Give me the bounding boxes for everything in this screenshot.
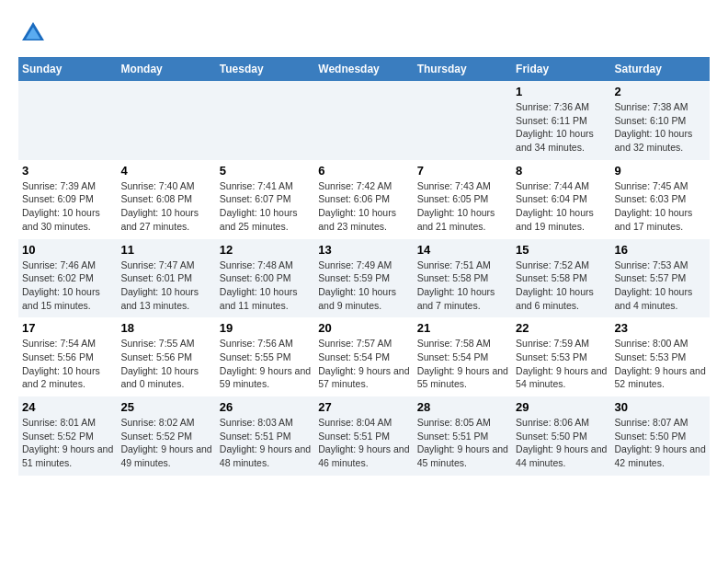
calendar-cell: 18Sunrise: 7:55 AMSunset: 5:56 PMDayligh… — [117, 317, 215, 396]
day-info: Sunrise: 7:58 AMSunset: 5:54 PMDaylight:… — [417, 337, 508, 391]
calendar-row: 3Sunrise: 7:39 AMSunset: 6:09 PMDaylight… — [18, 160, 710, 239]
calendar-cell: 21Sunrise: 7:58 AMSunset: 5:54 PMDayligh… — [414, 317, 512, 396]
day-number: 11 — [120, 243, 211, 257]
day-info: Sunrise: 7:38 AMSunset: 6:10 PMDaylight:… — [615, 100, 706, 155]
day-number: 19 — [220, 321, 311, 335]
day-info: Sunrise: 7:43 AMSunset: 6:05 PMDaylight:… — [417, 179, 508, 234]
day-info: Sunrise: 7:48 AMSunset: 6:00 PMDaylight:… — [220, 259, 311, 313]
calendar-row: 24Sunrise: 8:01 AMSunset: 5:52 PMDayligh… — [18, 396, 710, 476]
day-number: 18 — [120, 321, 211, 335]
calendar-cell: 27Sunrise: 8:04 AMSunset: 5:51 PMDayligh… — [314, 396, 413, 476]
calendar-cell: 6Sunrise: 7:42 AMSunset: 6:06 PMDaylight… — [314, 160, 413, 239]
weekday-header: Saturday — [611, 57, 710, 81]
calendar-cell: 30Sunrise: 8:07 AMSunset: 5:50 PMDayligh… — [611, 396, 710, 476]
calendar-cell: 7Sunrise: 7:43 AMSunset: 6:05 PMDaylight… — [414, 160, 512, 239]
day-number: 25 — [120, 400, 211, 414]
day-info: Sunrise: 7:41 AMSunset: 6:07 PMDaylight:… — [220, 179, 311, 234]
calendar-cell: 3Sunrise: 7:39 AMSunset: 6:09 PMDaylight… — [18, 160, 117, 239]
day-info: Sunrise: 7:57 AMSunset: 5:54 PMDaylight:… — [318, 337, 409, 391]
calendar-table: SundayMondayTuesdayWednesdayThursdayFrid… — [18, 57, 710, 476]
day-info: Sunrise: 7:55 AMSunset: 5:56 PMDaylight:… — [120, 337, 211, 391]
calendar-cell: 22Sunrise: 7:59 AMSunset: 5:53 PMDayligh… — [512, 317, 610, 396]
calendar-cell: 17Sunrise: 7:54 AMSunset: 5:56 PMDayligh… — [18, 317, 117, 396]
day-info: Sunrise: 8:00 AMSunset: 5:53 PMDaylight:… — [615, 337, 706, 391]
calendar-cell: 9Sunrise: 7:45 AMSunset: 6:03 PMDaylight… — [611, 160, 710, 239]
calendar-cell: 26Sunrise: 8:03 AMSunset: 5:51 PMDayligh… — [216, 396, 314, 476]
day-number: 15 — [516, 243, 607, 257]
day-number: 29 — [516, 400, 607, 414]
calendar-cell — [117, 81, 215, 160]
day-info: Sunrise: 8:05 AMSunset: 5:51 PMDaylight:… — [417, 416, 508, 470]
day-info: Sunrise: 7:42 AMSunset: 6:06 PMDaylight:… — [318, 179, 409, 234]
calendar-header: SundayMondayTuesdayWednesdayThursdayFrid… — [18, 57, 710, 81]
weekday-header: Tuesday — [216, 57, 314, 81]
day-number: 10 — [22, 243, 113, 257]
day-number: 8 — [516, 164, 607, 178]
calendar-cell: 5Sunrise: 7:41 AMSunset: 6:07 PMDaylight… — [216, 160, 314, 239]
day-number: 26 — [220, 400, 311, 414]
day-number: 14 — [417, 243, 508, 257]
day-number: 13 — [318, 243, 409, 257]
day-number: 21 — [417, 321, 508, 335]
day-info: Sunrise: 7:51 AMSunset: 5:58 PMDaylight:… — [417, 259, 508, 313]
day-info: Sunrise: 7:59 AMSunset: 5:53 PMDaylight:… — [516, 337, 607, 391]
day-number: 30 — [615, 400, 706, 414]
weekday-header: Sunday — [18, 57, 117, 81]
day-info: Sunrise: 7:52 AMSunset: 5:58 PMDaylight:… — [516, 259, 607, 313]
calendar-cell: 10Sunrise: 7:46 AMSunset: 6:02 PMDayligh… — [18, 239, 117, 318]
day-info: Sunrise: 7:49 AMSunset: 5:59 PMDaylight:… — [318, 259, 409, 313]
weekday-header: Wednesday — [314, 57, 413, 81]
day-info: Sunrise: 8:04 AMSunset: 5:51 PMDaylight:… — [318, 416, 409, 470]
calendar-row: 1Sunrise: 7:36 AMSunset: 6:11 PMDaylight… — [18, 81, 710, 160]
calendar-cell: 1Sunrise: 7:36 AMSunset: 6:11 PMDaylight… — [512, 81, 610, 160]
day-number: 1 — [516, 85, 607, 98]
calendar-cell: 24Sunrise: 8:01 AMSunset: 5:52 PMDayligh… — [18, 396, 117, 476]
day-info: Sunrise: 7:53 AMSunset: 5:57 PMDaylight:… — [615, 259, 706, 313]
day-number: 27 — [318, 400, 409, 414]
day-number: 16 — [615, 243, 706, 257]
day-info: Sunrise: 7:47 AMSunset: 6:01 PMDaylight:… — [120, 259, 211, 313]
day-info: Sunrise: 8:03 AMSunset: 5:51 PMDaylight:… — [220, 416, 311, 470]
page-header — [18, 18, 710, 48]
calendar-cell — [216, 81, 314, 160]
day-number: 2 — [615, 85, 706, 98]
calendar-cell: 19Sunrise: 7:56 AMSunset: 5:55 PMDayligh… — [216, 317, 314, 396]
day-info: Sunrise: 7:54 AMSunset: 5:56 PMDaylight:… — [22, 337, 113, 391]
calendar-cell: 8Sunrise: 7:44 AMSunset: 6:04 PMDaylight… — [512, 160, 610, 239]
calendar-cell: 12Sunrise: 7:48 AMSunset: 6:00 PMDayligh… — [216, 239, 314, 318]
day-number: 22 — [516, 321, 607, 335]
day-number: 7 — [417, 164, 508, 178]
day-number: 24 — [22, 400, 113, 414]
calendar-cell — [414, 81, 512, 160]
calendar-cell: 13Sunrise: 7:49 AMSunset: 5:59 PMDayligh… — [314, 239, 413, 318]
calendar-cell — [314, 81, 413, 160]
calendar-cell: 20Sunrise: 7:57 AMSunset: 5:54 PMDayligh… — [314, 317, 413, 396]
day-info: Sunrise: 7:56 AMSunset: 5:55 PMDaylight:… — [220, 337, 311, 391]
day-number: 4 — [120, 164, 211, 178]
day-info: Sunrise: 7:44 AMSunset: 6:04 PMDaylight:… — [516, 179, 607, 234]
day-number: 28 — [417, 400, 508, 414]
day-info: Sunrise: 8:07 AMSunset: 5:50 PMDaylight:… — [615, 416, 706, 470]
weekday-header: Monday — [117, 57, 215, 81]
weekday-header: Friday — [512, 57, 610, 81]
day-info: Sunrise: 8:01 AMSunset: 5:52 PMDaylight:… — [22, 416, 113, 470]
calendar-cell: 11Sunrise: 7:47 AMSunset: 6:01 PMDayligh… — [117, 239, 215, 318]
calendar-cell: 15Sunrise: 7:52 AMSunset: 5:58 PMDayligh… — [512, 239, 610, 318]
calendar-cell: 23Sunrise: 8:00 AMSunset: 5:53 PMDayligh… — [611, 317, 710, 396]
day-info: Sunrise: 8:06 AMSunset: 5:50 PMDaylight:… — [516, 416, 607, 470]
calendar-row: 10Sunrise: 7:46 AMSunset: 6:02 PMDayligh… — [18, 239, 710, 318]
calendar-cell: 16Sunrise: 7:53 AMSunset: 5:57 PMDayligh… — [611, 239, 710, 318]
day-number: 12 — [220, 243, 311, 257]
day-number: 17 — [22, 321, 113, 335]
day-number: 20 — [318, 321, 409, 335]
day-info: Sunrise: 7:40 AMSunset: 6:08 PMDaylight:… — [120, 179, 211, 234]
day-info: Sunrise: 7:36 AMSunset: 6:11 PMDaylight:… — [516, 100, 607, 155]
calendar-cell: 4Sunrise: 7:40 AMSunset: 6:08 PMDaylight… — [117, 160, 215, 239]
day-number: 3 — [22, 164, 113, 178]
day-number: 6 — [318, 164, 409, 178]
calendar-cell: 25Sunrise: 8:02 AMSunset: 5:52 PMDayligh… — [117, 396, 215, 476]
calendar-row: 17Sunrise: 7:54 AMSunset: 5:56 PMDayligh… — [18, 317, 710, 396]
logo-icon — [18, 18, 48, 48]
weekday-header: Thursday — [414, 57, 512, 81]
calendar-cell: 2Sunrise: 7:38 AMSunset: 6:10 PMDaylight… — [611, 81, 710, 160]
